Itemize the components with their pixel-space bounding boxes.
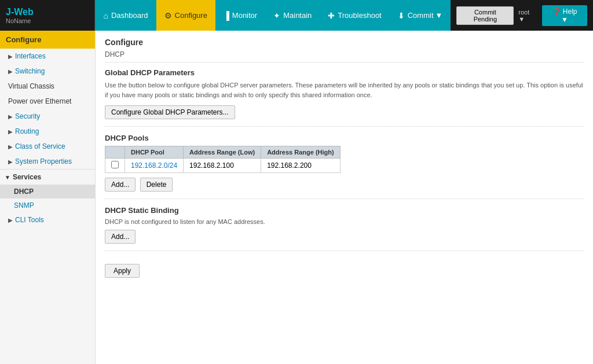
sidebar-item-routing[interactable]: ▶ Routing xyxy=(0,124,95,139)
table-header-pool: DHCP Pool xyxy=(125,146,184,159)
dhcp-pools-section-title: DHCP Pools xyxy=(105,134,584,142)
nav-troubleshoot[interactable]: ✚ Troubleshoot xyxy=(320,0,389,31)
global-dhcp-section-title: Global DHCP Parameters xyxy=(105,68,584,77)
sidebar: Configure ▶ Interfaces ▶ Switching Virtu… xyxy=(0,31,96,364)
nav-dashboard[interactable]: ⌂ Dashboard xyxy=(95,0,156,31)
divider-3 xyxy=(105,251,584,251)
sidebar-item-poe[interactable]: Power over Ethernet xyxy=(0,94,95,109)
static-binding-title: DHCP Static Binding xyxy=(105,206,584,215)
table-header-checkbox xyxy=(105,146,125,159)
nav-configure[interactable]: ⚙ Configure xyxy=(156,0,215,31)
page-title: Configure xyxy=(105,38,584,47)
pool-link[interactable]: 192.168.2.0/24 xyxy=(131,161,177,170)
troubleshoot-icon: ✚ xyxy=(328,11,335,20)
pool-buttons: Add... Delete xyxy=(105,178,584,192)
app-subtitle: NoName xyxy=(6,17,89,24)
table-header-low: Address Range (Low) xyxy=(184,146,261,159)
logo-area: J-Web NoName xyxy=(0,0,95,31)
sidebar-subitem-snmp[interactable]: SNMP xyxy=(0,198,95,212)
global-dhcp-description: Use the button below to configure global… xyxy=(105,80,584,100)
sidebar-item-virtual-chassis[interactable]: Virtual Chassis xyxy=(0,79,95,94)
dhcp-pools-table: DHCP Pool Address Range (Low) Address Ra… xyxy=(105,146,341,173)
arrow-icon: ▶ xyxy=(8,144,13,150)
sidebar-item-class-of-service[interactable]: ▶ Class of Service xyxy=(0,139,95,154)
add-pool-button[interactable]: Add... xyxy=(105,178,136,192)
monitor-icon: ▐ xyxy=(224,11,229,20)
sidebar-item-interfaces[interactable]: ▶ Interfaces xyxy=(0,49,95,64)
breadcrumb: DHCP xyxy=(105,50,584,62)
arrow-icon: ▶ xyxy=(8,53,13,60)
nav-monitor[interactable]: ▐ Monitor xyxy=(215,0,265,31)
sidebar-item-system-properties[interactable]: ▶ System Properties xyxy=(0,154,95,169)
commit-icon: ⬇ xyxy=(398,11,405,20)
table-header-high: Address Range (High) xyxy=(261,146,341,159)
add-static-binding-button[interactable]: Add... xyxy=(105,230,136,244)
main-content: Configure DHCP Global DHCP Parameters Us… xyxy=(96,31,593,364)
section-arrow-icon: ▼ xyxy=(5,174,10,181)
static-binding-description: DHCP is not configured to listen for any… xyxy=(105,218,584,225)
nav-maintain[interactable]: ✦ Maintain xyxy=(265,0,320,31)
sidebar-header: Configure xyxy=(0,31,95,49)
configure-icon: ⚙ xyxy=(164,11,172,20)
nav-commit[interactable]: ⬇ Commit ▼ xyxy=(390,0,451,31)
divider-2 xyxy=(105,198,584,199)
pool-cell[interactable]: 192.168.2.0/24 xyxy=(125,159,184,173)
arrow-icon: ▶ xyxy=(8,217,13,223)
table-row: 192.168.2.0/24 192.168.2.100 192.168.2.2… xyxy=(105,159,341,173)
delete-pool-button[interactable]: Delete xyxy=(140,178,173,192)
sidebar-item-switching[interactable]: ▶ Switching xyxy=(0,64,95,79)
maintain-icon: ✦ xyxy=(273,11,280,20)
sidebar-section-services[interactable]: ▼ Services xyxy=(0,169,95,185)
high-range-cell: 192.168.2.200 xyxy=(261,159,341,173)
arrow-icon: ▶ xyxy=(8,128,13,135)
root-label: root ▼ xyxy=(518,9,537,23)
arrow-icon: ▶ xyxy=(8,68,13,75)
configure-global-dhcp-button[interactable]: Configure Global DHCP Parameters... xyxy=(105,105,235,119)
sidebar-subitem-dhcp[interactable]: DHCP xyxy=(0,185,95,198)
arrow-icon: ▶ xyxy=(8,159,13,165)
apply-button[interactable]: Apply xyxy=(105,264,140,278)
divider xyxy=(105,126,584,127)
commit-pending-button[interactable]: Commit Pending xyxy=(456,6,514,25)
row-checkbox[interactable] xyxy=(111,161,119,168)
sidebar-item-cli-tools[interactable]: ▶ CLI Tools xyxy=(0,212,95,227)
main-layout: Configure ▶ Interfaces ▶ Switching Virtu… xyxy=(0,31,593,364)
sidebar-item-security[interactable]: ▶ Security xyxy=(0,109,95,124)
nav-menu: ⌂ Dashboard ⚙ Configure ▐ Monitor ✦ Main… xyxy=(95,0,451,31)
help-button[interactable]: ❓ Help ▼ xyxy=(542,5,587,26)
app-title: J-Web xyxy=(6,7,89,17)
arrow-icon: ▶ xyxy=(8,113,13,120)
top-right-area: Commit Pending root ▼ ❓ Help ▼ xyxy=(451,0,593,31)
low-range-cell: 192.168.2.100 xyxy=(184,159,261,173)
dashboard-icon: ⌂ xyxy=(103,11,108,20)
row-checkbox-cell[interactable] xyxy=(105,159,125,173)
